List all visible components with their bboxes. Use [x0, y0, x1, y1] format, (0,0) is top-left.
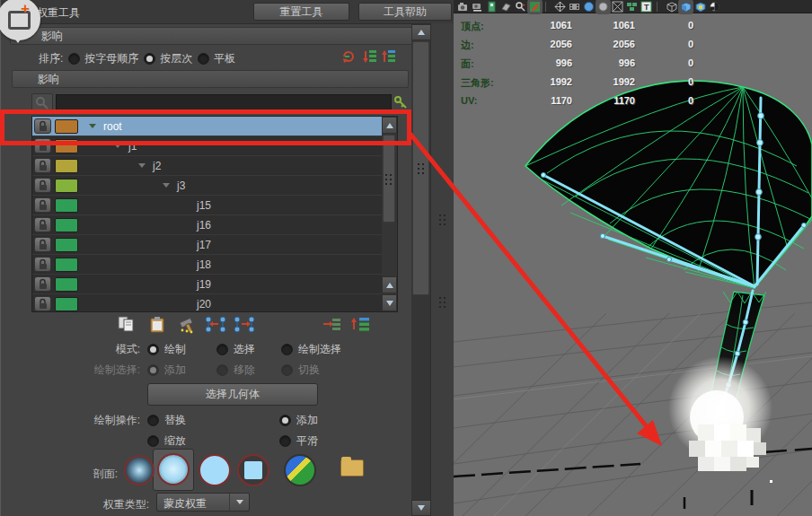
- lock-icon[interactable]: [34, 158, 51, 173]
- safe-action-icon[interactable]: [626, 1, 638, 13]
- sort-option-hierarchy[interactable]: 按层次: [144, 51, 192, 66]
- scroll-up-button[interactable]: [382, 117, 397, 134]
- grid-icon[interactable]: [554, 1, 566, 13]
- influence-color-swatch[interactable]: [55, 119, 78, 134]
- mode-option-select[interactable]: 选择: [216, 342, 255, 357]
- tree-row-j3[interactable]: j3: [32, 176, 382, 196]
- radio-icon[interactable]: [147, 415, 159, 426]
- paint-select-option-toggle[interactable]: 切换: [281, 363, 320, 378]
- browse-brush-folder-icon[interactable]: [340, 459, 364, 477]
- paste-weights-icon[interactable]: [146, 315, 168, 334]
- panel-scrollbar[interactable]: [411, 24, 431, 516]
- scrollbar-thumb[interactable]: [383, 135, 395, 223]
- lock-icon[interactable]: [34, 257, 51, 272]
- move-influence-up-icon[interactable]: [381, 48, 397, 65]
- radio-icon[interactable]: [279, 415, 291, 426]
- move-weights-right-icon[interactable]: [233, 315, 254, 334]
- brush-square-icon[interactable]: [237, 454, 269, 486]
- lock-icon[interactable]: [34, 237, 51, 252]
- paint-op-scale[interactable]: 缩放: [147, 433, 186, 449]
- collapse-list-icon[interactable]: [321, 315, 342, 334]
- radio-icon[interactable]: [216, 364, 228, 376]
- influence-list-header[interactable]: 影响: [12, 70, 409, 88]
- paint-select-option-add[interactable]: 添加: [147, 363, 186, 378]
- paint-tool-overlay-icon[interactable]: [529, 1, 541, 13]
- influence-color-swatch[interactable]: [55, 179, 78, 193]
- camera-attributes-icon[interactable]: [472, 1, 483, 13]
- tree-row-j16[interactable]: j16: [32, 215, 382, 235]
- copy-weights-icon[interactable]: [116, 315, 137, 334]
- tree-row-j15[interactable]: j15: [32, 196, 382, 215]
- lock-icon[interactable]: [34, 217, 51, 232]
- wireframe-cube-icon[interactable]: [666, 1, 677, 13]
- radio-icon[interactable]: [144, 53, 155, 65]
- tool-help-button[interactable]: 工具帮助: [358, 3, 452, 21]
- expand-arrow-icon[interactable]: [114, 144, 121, 148]
- weight-type-dropdown[interactable]: 蒙皮权重: [156, 493, 250, 512]
- mode-option-paint[interactable]: 绘制: [147, 342, 186, 357]
- refresh-influences-icon[interactable]: [340, 48, 357, 65]
- radio-icon[interactable]: [147, 435, 159, 447]
- tree-row-j17[interactable]: j17: [32, 235, 382, 255]
- influence-color-swatch[interactable]: [55, 277, 78, 292]
- radio-icon[interactable]: [198, 53, 209, 65]
- shaded-cube-icon[interactable]: [680, 1, 692, 13]
- checker-sphere-icon[interactable]: [709, 1, 720, 13]
- lock-icon[interactable]: [34, 138, 51, 153]
- paint-op-smooth[interactable]: 平滑: [279, 433, 318, 449]
- filter-icon[interactable]: [31, 93, 53, 112]
- tree-row-root[interactable]: root: [32, 117, 382, 136]
- image-plane-icon[interactable]: [500, 1, 512, 13]
- influence-color-swatch[interactable]: [55, 297, 78, 311]
- tree-row-j2[interactable]: j2: [32, 156, 382, 176]
- expand-arrow-icon[interactable]: [138, 163, 146, 168]
- scroll-down-button[interactable]: [382, 294, 397, 311]
- mode-option-paint-select[interactable]: 绘制选择: [281, 342, 341, 357]
- radio-icon[interactable]: [216, 344, 228, 355]
- panel-separator[interactable]: [430, 23, 455, 516]
- move-influence-down-icon[interactable]: [362, 48, 378, 65]
- tree-row-j19[interactable]: j19: [32, 275, 382, 294]
- viewport-panel[interactable]: + T: [454, 0, 812, 516]
- influence-color-swatch[interactable]: [55, 198, 78, 213]
- brush-gaussian-icon[interactable]: [124, 455, 154, 485]
- expand-list-icon[interactable]: [349, 315, 371, 334]
- lock-icon[interactable]: [34, 178, 51, 193]
- brush-file-ramp-icon[interactable]: [284, 454, 316, 486]
- resolution-gate-icon[interactable]: [583, 1, 595, 13]
- move-weights-left-icon[interactable]: [204, 315, 225, 334]
- paint-select-option-remove[interactable]: 移除: [216, 363, 255, 378]
- sort-option-flat[interactable]: 平板: [198, 51, 235, 66]
- paint-op-add[interactable]: 添加: [279, 413, 318, 428]
- lock-icon[interactable]: [34, 296, 51, 311]
- scroll-down-button[interactable]: [411, 500, 431, 516]
- tree-scrollbar[interactable]: [382, 117, 397, 311]
- film-gate-icon[interactable]: [569, 1, 580, 13]
- influence-color-swatch[interactable]: [55, 139, 78, 153]
- radio-icon[interactable]: [279, 435, 291, 447]
- safe-title-icon[interactable]: T: [640, 1, 652, 13]
- tree-row-j18[interactable]: j18: [32, 255, 382, 275]
- influence-color-swatch[interactable]: [55, 238, 78, 252]
- brush-solid-icon[interactable]: [199, 454, 231, 486]
- radio-icon[interactable]: [147, 364, 159, 376]
- prune-weights-hammer-icon[interactable]: [177, 315, 199, 334]
- two-d-pan-zoom-icon[interactable]: +: [515, 1, 526, 13]
- radio-icon[interactable]: [147, 344, 159, 355]
- radio-icon[interactable]: [281, 344, 293, 355]
- influence-color-swatch[interactable]: [55, 258, 78, 272]
- radio-icon[interactable]: [68, 53, 80, 65]
- textured-cube-icon[interactable]: [694, 1, 706, 13]
- expand-arrow-icon[interactable]: [163, 183, 170, 188]
- scrollbar-thumb[interactable]: [412, 41, 429, 295]
- influence-color-swatch[interactable]: [55, 218, 78, 232]
- key-icon[interactable]: [393, 94, 409, 111]
- tree-row-j20[interactable]: j20: [32, 294, 382, 312]
- brush-soft-icon[interactable]: [157, 453, 190, 485]
- field-chart-icon[interactable]: [612, 1, 623, 13]
- expand-arrow-icon[interactable]: [89, 124, 96, 128]
- scroll-up-button[interactable]: [411, 24, 431, 40]
- influence-color-swatch[interactable]: [55, 159, 78, 173]
- reset-tool-button[interactable]: 重置工具: [253, 3, 349, 21]
- chevron-down-icon[interactable]: [229, 494, 249, 511]
